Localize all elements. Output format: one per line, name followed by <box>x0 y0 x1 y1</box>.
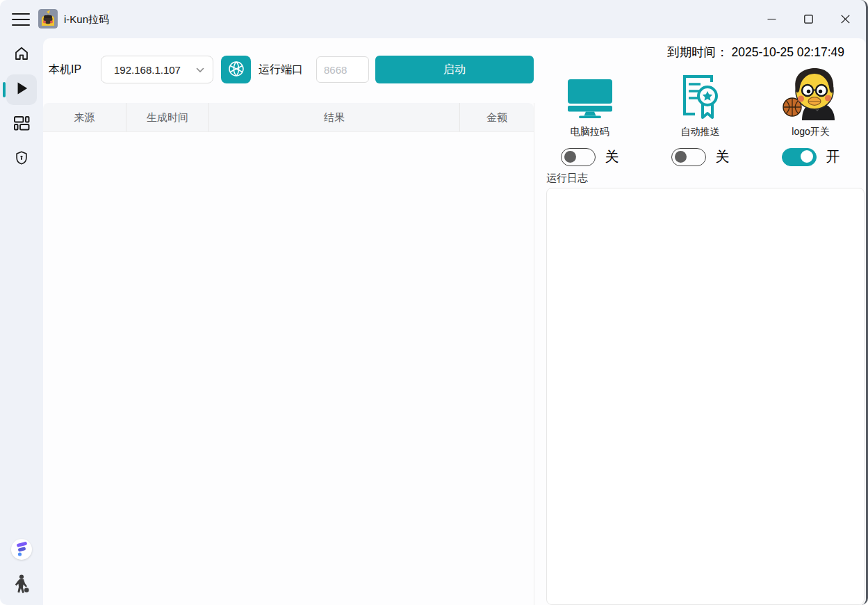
table-header-source: 来源 <box>43 103 126 131</box>
start-button[interactable]: 启动 <box>375 56 534 83</box>
brand-logo-icon[interactable] <box>11 539 32 560</box>
window-controls <box>753 0 864 38</box>
sidebar <box>0 38 43 605</box>
expiry-time: 到期时间： 2025-10-25 02:17:49 <box>667 44 844 60</box>
run-log-title: 运行日志 <box>546 172 588 185</box>
close-button[interactable] <box>827 0 864 38</box>
app-window: i-Kun拉码 <box>0 0 868 605</box>
auto-push-toggle[interactable] <box>671 148 706 166</box>
basketball-icon <box>228 60 245 79</box>
sidebar-item-run[interactable] <box>6 74 37 105</box>
home-icon <box>13 45 30 65</box>
app-logo-icon <box>38 9 58 29</box>
sidebar-item-apps[interactable] <box>6 109 37 140</box>
basketball-player-icon[interactable] <box>6 570 37 600</box>
feature-auto-push: 自动推送 关 <box>645 66 755 166</box>
basketball-button[interactable] <box>221 56 251 83</box>
selected-indicator <box>3 82 6 97</box>
certificate-icon <box>680 66 721 120</box>
avatar-image <box>783 66 840 120</box>
results-table: 来源 生成时间 结果 金额 <box>43 103 534 605</box>
grid-icon <box>13 115 30 134</box>
ip-select[interactable]: 192.168.1.107 <box>101 56 213 83</box>
run-log-area[interactable] <box>546 188 865 605</box>
toggle-state: 关 <box>605 147 619 166</box>
table-header-amount: 金额 <box>460 103 534 131</box>
feature-toggles: 电脑拉码 关 <box>534 66 866 166</box>
toggle-knob <box>675 151 687 163</box>
feature-label: logo开关 <box>792 126 829 138</box>
maximize-button[interactable] <box>790 0 827 38</box>
logo-switch-toggle[interactable] <box>782 148 817 166</box>
feature-label: 电脑拉码 <box>571 126 609 138</box>
toggle-state: 开 <box>826 147 840 166</box>
feature-label: 自动推送 <box>681 126 720 138</box>
monitor-icon <box>567 66 613 120</box>
feature-computer-pull: 电脑拉码 关 <box>534 66 645 166</box>
shield-icon <box>14 150 29 168</box>
table-header-row: 来源 生成时间 结果 金额 <box>43 103 534 132</box>
main-content: 本机IP 192.168.1.107 运行端口 启动 <box>43 38 866 605</box>
table-header-result: 结果 <box>209 103 460 131</box>
table-body-empty <box>43 132 534 605</box>
feature-logo-switch: logo开关 开 <box>755 66 866 166</box>
computer-pull-toggle[interactable] <box>561 148 596 166</box>
hamburger-menu-icon[interactable] <box>12 12 30 27</box>
sidebar-item-home[interactable] <box>6 40 37 70</box>
right-pane: 到期时间： 2025-10-25 02:17:49 电脑拉码 <box>534 38 866 605</box>
ip-select-value: 192.168.1.107 <box>114 64 196 76</box>
play-icon <box>13 79 31 100</box>
port-input[interactable] <box>316 56 369 83</box>
toggle-knob <box>564 151 576 163</box>
toggle-knob <box>801 150 813 163</box>
sidebar-item-security[interactable] <box>6 144 37 175</box>
chevron-down-icon <box>196 63 204 76</box>
titlebar: i-Kun拉码 <box>0 0 866 38</box>
minimize-button[interactable] <box>753 0 790 38</box>
local-ip-label: 本机IP <box>49 56 81 83</box>
table-header-time: 生成时间 <box>126 103 209 131</box>
app-title: i-Kun拉码 <box>64 13 109 26</box>
toggle-state: 关 <box>716 147 730 166</box>
port-label: 运行端口 <box>259 56 303 83</box>
